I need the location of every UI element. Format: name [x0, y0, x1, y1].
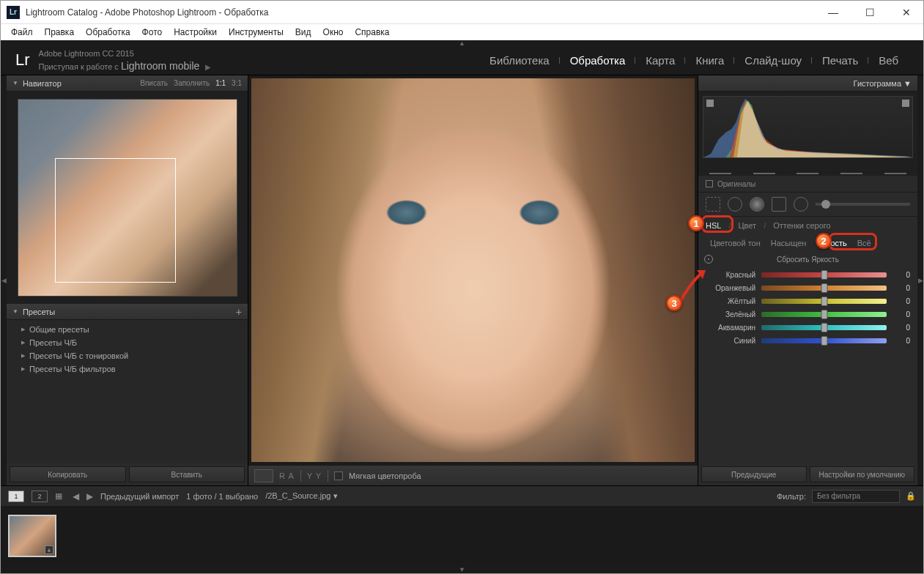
slider-Аквамарин[interactable]: Аквамарин0: [706, 321, 910, 334]
slider-knob[interactable]: [821, 310, 827, 319]
slider-track[interactable]: [761, 325, 887, 330]
image-canvas[interactable]: [251, 78, 695, 462]
before-after-yy[interactable]: Y Y: [307, 471, 322, 480]
chevron-down-icon: ▼: [12, 80, 18, 86]
slider-track[interactable]: [761, 286, 887, 291]
brush-size-slider[interactable]: [816, 203, 910, 206]
redeye-tool[interactable]: [750, 197, 764, 212]
slider-knob[interactable]: [821, 270, 827, 280]
menu-file[interactable]: Файл: [7, 26, 37, 39]
module-library[interactable]: Библиотека: [479, 54, 560, 67]
menu-view[interactable]: Вид: [291, 26, 316, 39]
preset-folder[interactable]: Пресеты Ч/Б с тонировкой: [7, 349, 248, 362]
subtab-sat[interactable]: Насыщен: [766, 237, 811, 249]
menu-help[interactable]: Справка: [350, 26, 393, 39]
left-collapse[interactable]: ◀: [1, 75, 7, 485]
nav-fwd[interactable]: ▶: [86, 491, 93, 502]
zoom-1to1[interactable]: 1:1: [215, 79, 226, 87]
slider-value[interactable]: 0: [892, 310, 910, 318]
second-display-button[interactable]: 2: [32, 491, 48, 502]
menu-settings[interactable]: Настройки: [169, 26, 221, 39]
minimize-button[interactable]: —: [822, 5, 844, 20]
slider-knob[interactable]: [821, 283, 827, 293]
module-develop[interactable]: Обработка: [560, 54, 636, 67]
module-slideshow[interactable]: Слайд-шоу: [734, 54, 812, 67]
originals-label: Оригиналы: [717, 180, 755, 188]
slider-value[interactable]: 0: [892, 324, 910, 332]
preset-folder[interactable]: Пресеты Ч/Б фильтров: [7, 362, 248, 376]
slider-Оранжевый[interactable]: Оранжевый0: [706, 281, 910, 294]
histogram-body[interactable]: [698, 92, 917, 176]
grid-icon[interactable]: ▦: [55, 491, 65, 502]
filename-label[interactable]: /2B_C_Source.jpg ▾: [265, 491, 337, 501]
top-panel-collapse[interactable]: ▲: [1, 40, 923, 46]
softproof-checkbox[interactable]: [334, 471, 343, 480]
originals-row[interactable]: Оригиналы: [698, 176, 917, 192]
slider-Зелёный[interactable]: Зелёный0: [706, 308, 910, 321]
source-label[interactable]: Предыдущий импорт: [100, 492, 179, 501]
tab-bw[interactable]: Оттенки серого: [773, 221, 830, 230]
filmstrip-thumb[interactable]: ±: [8, 515, 56, 557]
before-after-ra[interactable]: R A: [279, 471, 295, 480]
slider-Синий[interactable]: Синий0: [706, 334, 910, 347]
slider-value[interactable]: 0: [892, 271, 910, 279]
histogram-header[interactable]: Гистограмма ▼: [698, 75, 917, 92]
previous-button[interactable]: Предыдущие: [701, 466, 807, 482]
slider-track[interactable]: [761, 272, 887, 277]
paste-button[interactable]: Вставить: [129, 466, 245, 482]
menu-develop[interactable]: Обработка: [81, 26, 135, 39]
maximize-button[interactable]: ☐: [859, 5, 881, 20]
identity-line2[interactable]: Приступая к работе с Lightroom mobile▶: [39, 59, 212, 72]
loupe-view-button[interactable]: [254, 469, 273, 482]
zoom-fit[interactable]: Вписать: [140, 79, 168, 87]
slider-knob[interactable]: [821, 323, 827, 332]
radial-filter-tool[interactable]: [794, 197, 808, 212]
close-button[interactable]: ✕: [895, 5, 917, 20]
slider-track[interactable]: [761, 312, 887, 317]
filter-select[interactable]: Без фильтра: [812, 490, 900, 503]
left-panel: ▼ Навигатор Вписать Заполнить 1:1 3:1 ▼: [7, 75, 248, 485]
module-book[interactable]: Книга: [685, 54, 734, 67]
slider-track[interactable]: [761, 338, 887, 343]
navigator-crop-rect[interactable]: [55, 158, 176, 283]
menu-window[interactable]: Окно: [319, 26, 348, 39]
spot-tool[interactable]: [728, 197, 742, 212]
right-collapse[interactable]: ▶: [917, 75, 923, 485]
slider-track[interactable]: [761, 299, 887, 304]
module-map[interactable]: Карта: [635, 54, 685, 67]
menu-photo[interactable]: Фото: [138, 26, 167, 39]
slider-knob[interactable]: [821, 297, 827, 306]
copy-button[interactable]: Копировать: [10, 466, 126, 482]
filmstrip[interactable]: ±: [1, 506, 923, 566]
slider-Жёлтый[interactable]: Жёлтый0: [706, 294, 910, 308]
bottom-panel-collapse[interactable]: ▼: [1, 566, 923, 573]
add-preset-button[interactable]: +: [236, 306, 242, 318]
main-display-button[interactable]: 1: [8, 491, 24, 502]
tab-color[interactable]: Цвет: [738, 221, 756, 230]
preset-folder[interactable]: Пресеты Ч/Б: [7, 336, 248, 349]
zoom-3to1[interactable]: 3:1: [232, 79, 242, 87]
crop-tool[interactable]: [706, 197, 720, 212]
navigator-body[interactable]: [7, 92, 248, 304]
filter-lock-icon[interactable]: 🔒: [906, 491, 916, 502]
slider-value[interactable]: 0: [892, 337, 910, 345]
grad-filter-tool[interactable]: [772, 197, 786, 212]
presets-header[interactable]: ▼ Пресеты +: [7, 304, 248, 320]
subtab-hue[interactable]: Цветовой тон: [706, 237, 765, 249]
slider-Красный[interactable]: Красный0: [706, 268, 910, 281]
nav-back[interactable]: ◀: [73, 491, 79, 502]
slider-value[interactable]: 0: [892, 284, 910, 292]
preset-folder[interactable]: Общие пресеты: [7, 323, 248, 336]
reset-button[interactable]: Настройки по умолчанию: [810, 466, 915, 482]
target-adjust-tool[interactable]: [704, 255, 713, 264]
menu-tools[interactable]: Инструменты: [224, 26, 288, 39]
module-print[interactable]: Печать: [812, 54, 868, 67]
slider-value[interactable]: 0: [892, 297, 910, 305]
callout-2: 2: [816, 233, 832, 249]
module-web[interactable]: Веб: [868, 54, 909, 67]
navigator-header[interactable]: ▼ Навигатор Вписать Заполнить 1:1 3:1: [7, 75, 248, 92]
reset-label[interactable]: Сбросить Яркость: [777, 256, 839, 264]
menu-edit[interactable]: Правка: [40, 26, 79, 39]
slider-knob[interactable]: [821, 336, 827, 346]
zoom-fill[interactable]: Заполнить: [174, 79, 210, 87]
